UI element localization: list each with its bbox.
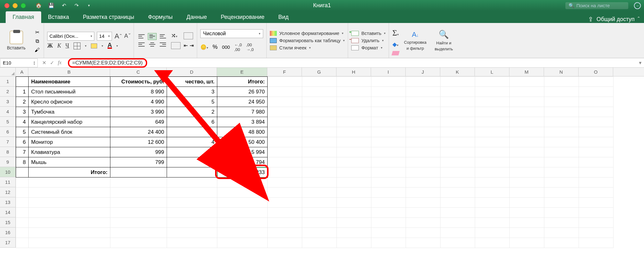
collapse-ribbon-icon[interactable]: ˆ xyxy=(638,16,640,23)
format-cells-button[interactable]: Формат▾ xyxy=(351,45,386,50)
col-header[interactable]: G xyxy=(302,68,336,76)
align-bottom-icon[interactable] xyxy=(158,33,167,40)
row-header[interactable]: 16 xyxy=(0,228,16,238)
wrap-text-icon[interactable] xyxy=(171,42,180,49)
cell[interactable]: чество, шт. xyxy=(167,77,217,87)
cell[interactable]: Итого: xyxy=(217,77,268,87)
clear-icon[interactable] xyxy=(391,51,400,55)
tab-formulas[interactable]: Формулы xyxy=(141,11,180,23)
row-header[interactable]: 17 xyxy=(0,238,16,248)
row-header[interactable]: 3 xyxy=(0,97,16,107)
col-header[interactable]: A xyxy=(16,68,28,76)
undo-icon[interactable]: ↶ xyxy=(60,2,67,9)
col-header[interactable]: L xyxy=(475,68,509,76)
align-right-icon[interactable] xyxy=(158,41,167,48)
align-left-icon[interactable] xyxy=(137,41,146,48)
tab-page-layout[interactable]: Разметка страницы xyxy=(76,11,141,23)
underline-button[interactable]: Ч xyxy=(65,42,69,49)
borders-icon[interactable] xyxy=(74,42,80,49)
row-header[interactable]: 2 xyxy=(0,87,16,97)
name-box[interactable]: E10 ▴▾ xyxy=(0,59,38,67)
confirm-formula-icon[interactable]: ✓ xyxy=(50,60,54,66)
cell-styles-button[interactable]: Стили ячеек▾ xyxy=(270,45,345,50)
autosum-icon[interactable]: Σ▾ xyxy=(392,28,399,38)
row-header[interactable]: 15 xyxy=(0,217,16,228)
feedback-icon[interactable]: ⌣ xyxy=(634,2,641,9)
fx-icon[interactable]: fx xyxy=(58,60,62,66)
increase-font-icon[interactable]: Aˆ xyxy=(114,32,122,40)
row-header[interactable]: 1 xyxy=(0,76,16,87)
col-header[interactable]: F xyxy=(267,68,302,76)
col-header[interactable]: N xyxy=(544,68,579,76)
row-header[interactable]: 8 xyxy=(0,147,16,157)
align-top-icon[interactable] xyxy=(137,33,146,40)
currency-icon[interactable]: 🪙▾ xyxy=(200,44,208,50)
tab-review[interactable]: Рецензирование xyxy=(214,11,271,23)
fill-color-icon[interactable] xyxy=(91,43,97,48)
number-format-select[interactable]: Числовой▾ xyxy=(200,29,263,38)
tab-view[interactable]: Вид xyxy=(271,11,296,23)
italic-button[interactable]: К xyxy=(57,42,61,49)
share-button[interactable]: Общий доступ xyxy=(597,16,635,23)
col-header[interactable]: B xyxy=(28,68,110,76)
tab-home[interactable]: Главная xyxy=(6,11,41,23)
selected-cell[interactable]: 231 233 xyxy=(217,167,268,177)
increase-decimal-icon[interactable]: ←,0,00 xyxy=(234,42,242,52)
spreadsheet-grid[interactable]: A B C D E F G H I J K L M N O 1 2 3 4 5 … xyxy=(0,68,644,248)
orientation-icon[interactable]: ⤭▾ xyxy=(171,32,180,39)
paste-icon[interactable] xyxy=(10,31,23,44)
row-header[interactable]: 12 xyxy=(0,187,16,197)
cells-table[interactable]: Наименование Стоимость, руб. чество, шт.… xyxy=(16,76,613,248)
col-header[interactable]: K xyxy=(440,68,475,76)
zoom-window-icon[interactable] xyxy=(21,3,26,8)
cell[interactable]: Стоимость, руб. xyxy=(110,77,167,87)
col-header[interactable]: I xyxy=(371,68,406,76)
fill-icon[interactable]: ◆▾ xyxy=(392,41,398,48)
col-header[interactable]: O xyxy=(579,68,613,76)
font-family-select[interactable]: Calibri (Осн...▾ xyxy=(47,32,94,41)
col-header[interactable]: D xyxy=(167,68,217,76)
expand-formula-bar-icon[interactable]: ▾ xyxy=(636,60,644,66)
percent-icon[interactable]: % xyxy=(213,44,218,50)
close-window-icon[interactable] xyxy=(4,3,9,8)
redo-icon[interactable]: ↷ xyxy=(73,2,80,9)
cancel-formula-icon[interactable]: ✕ xyxy=(42,60,46,66)
decrease-font-icon[interactable]: Aˇ xyxy=(124,33,130,39)
align-middle-icon[interactable] xyxy=(148,33,157,40)
cut-icon[interactable]: ✂ xyxy=(34,29,41,36)
row-header[interactable]: 11 xyxy=(0,177,16,187)
align-center-icon[interactable] xyxy=(148,41,157,48)
delete-cells-button[interactable]: Удалить▾ xyxy=(351,38,386,43)
formula-input[interactable]: =СУММ(E2:E9;D2:D9;C2:C9) xyxy=(66,58,636,68)
col-header[interactable]: M xyxy=(509,68,544,76)
home-icon[interactable]: 🏠 xyxy=(35,2,42,9)
qat-customize-icon[interactable]: ▾ xyxy=(86,2,92,9)
row-header[interactable]: 13 xyxy=(0,197,16,207)
save-icon[interactable]: 💾 xyxy=(48,2,55,9)
select-all-corner[interactable] xyxy=(0,68,16,76)
search-input[interactable]: 🔍 Поиск на листе xyxy=(565,2,628,9)
minimize-window-icon[interactable] xyxy=(13,3,18,8)
conditional-formatting-button[interactable]: Условное форматирование▾ xyxy=(270,31,345,36)
sort-filter-button[interactable]: A↓ Сортировкаи фильтр xyxy=(401,29,430,52)
format-as-table-button[interactable]: Форматировать как таблицу▾ xyxy=(270,38,345,43)
row-header[interactable]: 10 xyxy=(0,167,16,177)
col-header[interactable]: C xyxy=(110,68,167,76)
tab-insert[interactable]: Вставка xyxy=(41,11,76,23)
decrease-indent-icon[interactable]: ⇤ xyxy=(184,42,188,48)
col-header[interactable]: J xyxy=(406,68,440,76)
comma-style-icon[interactable]: 000 xyxy=(222,44,230,50)
font-color-icon[interactable]: A xyxy=(108,43,112,49)
row-header[interactable]: 14 xyxy=(0,207,16,217)
copy-icon[interactable]: ⧉ xyxy=(34,38,41,44)
bold-button[interactable]: Ж xyxy=(47,42,53,49)
row-header[interactable]: 7 xyxy=(0,137,16,147)
row-header[interactable]: 6 xyxy=(0,127,16,137)
cell[interactable]: Наименование xyxy=(29,77,110,87)
col-header[interactable]: E xyxy=(217,68,267,76)
col-header[interactable]: H xyxy=(336,68,371,76)
row-header[interactable]: 4 xyxy=(0,107,16,117)
tab-data[interactable]: Данные xyxy=(180,11,214,23)
footer-label[interactable]: Итого: xyxy=(29,167,110,177)
row-header[interactable]: 5 xyxy=(0,117,16,127)
